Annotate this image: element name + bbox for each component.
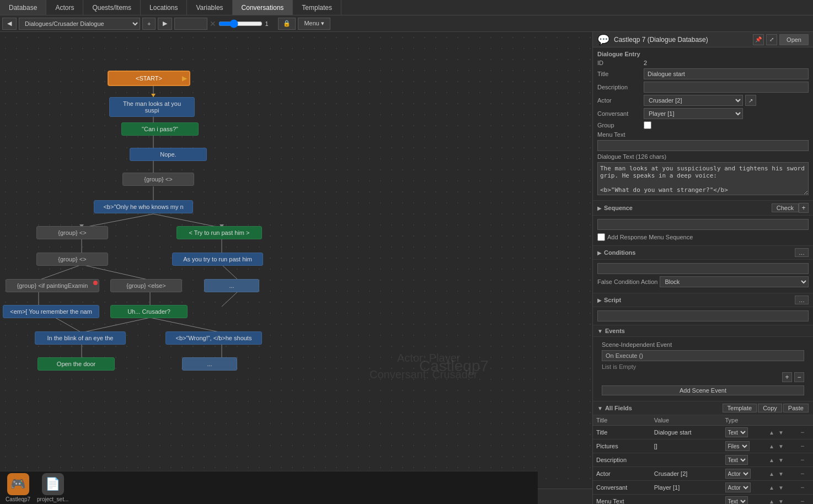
af-remove-button[interactable]: −: [799, 470, 805, 478]
node-try-run[interactable]: < Try to run past him >: [176, 226, 262, 239]
af-remove-button[interactable]: −: [799, 484, 805, 491]
af-up-button[interactable]: ▲: [768, 471, 775, 477]
desc-input[interactable]: [644, 82, 809, 93]
tab-templates[interactable]: Templates: [293, 0, 341, 15]
zoom-slider[interactable]: [218, 19, 263, 28]
node-search-input[interactable]: [174, 18, 207, 30]
panel-expand-button[interactable]: ⤢: [766, 34, 777, 45]
tab-conversations[interactable]: Conversations: [233, 0, 293, 15]
add-node-button[interactable]: +: [142, 18, 156, 30]
events-section-header[interactable]: ▼ Events: [593, 325, 813, 337]
menu-text-input[interactable]: [597, 140, 809, 151]
back-button[interactable]: ◀: [2, 18, 17, 30]
copy-button[interactable]: Copy: [758, 404, 782, 412]
af-remove-button[interactable]: −: [799, 428, 805, 436]
node-blink[interactable]: In the blink of an eye the: [35, 331, 126, 345]
af-down-button[interactable]: ▼: [777, 457, 785, 463]
af-type-select[interactable]: Text: [725, 496, 748, 504]
node-group-left[interactable]: {group} <>: [36, 226, 108, 239]
paste-button[interactable]: Paste: [783, 404, 809, 412]
false-condition-select[interactable]: Block: [660, 276, 809, 287]
node-npc-nope-label: Nope.: [160, 151, 176, 158]
node-uh-crusader-label: Uh... Crusader?: [127, 308, 170, 315]
sequence-section-header[interactable]: ▶ Sequence Check +: [593, 201, 813, 216]
conditions-section-header[interactable]: ▶ Conditions …: [593, 246, 813, 260]
node-em-remember[interactable]: <em>[ You remember the nam: [3, 305, 99, 318]
node-npc-nope[interactable]: Nope.: [130, 148, 207, 161]
af-up-button[interactable]: ▲: [768, 457, 775, 463]
af-type-select[interactable]: Text: [725, 455, 748, 465]
actor-select[interactable]: Crusader [2]: [644, 95, 743, 106]
script-ellipsis-button[interactable]: …: [795, 296, 809, 304]
af-type-select[interactable]: Files: [725, 441, 750, 451]
script-input[interactable]: [597, 310, 809, 321]
conditions-input[interactable]: [597, 263, 809, 274]
dialogue-text-area[interactable]: The man looks at you suspiciously and ti…: [597, 162, 809, 195]
af-type-select[interactable]: Actor: [725, 469, 751, 479]
id-value: 2: [644, 60, 647, 66]
node-group-1[interactable]: {group} <>: [122, 173, 194, 186]
script-section-header[interactable]: ▶ Script …: [593, 293, 813, 307]
group-checkbox[interactable]: [644, 121, 651, 129]
af-remove-button[interactable]: −: [799, 456, 805, 464]
add-response-menu-checkbox[interactable]: [597, 233, 605, 241]
af-remove-button[interactable]: −: [799, 497, 805, 504]
af-down-button[interactable]: ▼: [777, 498, 785, 504]
events-remove-button[interactable]: −: [794, 372, 804, 382]
node-npc-1[interactable]: The man looks at you suspi: [109, 97, 195, 117]
svg-line-14: [222, 291, 238, 307]
events-add-button[interactable]: +: [782, 372, 792, 382]
menu-button[interactable]: Menu ▾: [298, 18, 330, 30]
tab-actors[interactable]: Actors: [46, 0, 83, 15]
node-wrong[interactable]: <b>"Wrong!", </b>he shouts: [165, 331, 262, 345]
lock-button[interactable]: 🔒: [278, 18, 296, 30]
canvas[interactable]: Castleqp7 Conversant: Crusader Actor: Pl…: [0, 32, 592, 504]
tab-database[interactable]: Database: [0, 0, 46, 15]
node-uh-crusader[interactable]: Uh... Crusader?: [110, 305, 188, 318]
taskbar-item-castleqp7[interactable]: 🎮 Castleqp7: [6, 473, 30, 502]
node-player-can-i-pass[interactable]: "Can i pass?": [121, 122, 199, 136]
af-down-button[interactable]: ▼: [777, 430, 785, 436]
conversant-select[interactable]: Player [1]: [644, 108, 743, 119]
node-as-you-try[interactable]: As you try to run past him: [172, 253, 263, 266]
node-group-if-painting[interactable]: {group} <if paintingExamin: [6, 279, 99, 292]
tab-quests[interactable]: Quests/Items: [83, 0, 141, 15]
af-down-button[interactable]: ▼: [777, 443, 785, 449]
sequence-check-button[interactable]: Check: [772, 203, 799, 212]
af-up-button[interactable]: ▲: [768, 485, 775, 491]
af-cell-arrows: ▲ ▼: [764, 481, 796, 495]
af-up-button[interactable]: ▲: [768, 430, 775, 436]
tab-variables[interactable]: Variables: [187, 0, 232, 15]
breadcrumb-select[interactable]: Dialogues/Crusader Dialogue: [19, 18, 140, 30]
title-input[interactable]: [644, 68, 809, 79]
open-button[interactable]: Open: [779, 34, 809, 45]
node-open-door[interactable]: Open the door: [38, 357, 115, 371]
node-npc-only-he[interactable]: <b>"Only he who knows my n: [94, 200, 193, 213]
search-clear-icon[interactable]: ✕: [210, 19, 216, 28]
template-button[interactable]: Template: [723, 404, 757, 412]
af-type-select[interactable]: Text: [725, 427, 748, 437]
node-group-left-2[interactable]: {group} <>: [36, 253, 108, 266]
svg-line-9: [39, 265, 82, 280]
on-execute-box: On Execute (): [602, 350, 804, 361]
node-ellipsis-1[interactable]: ...: [204, 279, 259, 292]
panel-pin-button[interactable]: 📌: [753, 34, 764, 45]
af-down-button[interactable]: ▼: [777, 485, 785, 491]
conditions-ellipsis-button[interactable]: …: [795, 248, 809, 257]
sequence-add-button[interactable]: +: [799, 203, 809, 213]
node-group-else[interactable]: {group} <else>: [110, 279, 182, 292]
sequence-input[interactable]: [597, 219, 809, 230]
af-type-select[interactable]: Actor: [725, 482, 751, 492]
af-remove-button[interactable]: −: [799, 442, 805, 450]
node-ellipsis-2[interactable]: ...: [182, 357, 237, 371]
af-down-button[interactable]: ▼: [777, 471, 785, 477]
actor-link-button[interactable]: ↗: [745, 95, 756, 106]
af-up-button[interactable]: ▲: [768, 498, 775, 504]
af-up-button[interactable]: ▲: [768, 443, 775, 449]
tab-locations[interactable]: Locations: [141, 0, 187, 15]
nav-forward-button[interactable]: ▶: [158, 18, 172, 30]
taskbar-item-project[interactable]: 📄 project_set...: [37, 473, 68, 502]
node-npc-1-label: The man looks at you suspi: [123, 100, 181, 114]
node-start[interactable]: <START> ▶: [108, 71, 190, 86]
add-scene-event-button[interactable]: Add Scene Event: [602, 385, 804, 395]
